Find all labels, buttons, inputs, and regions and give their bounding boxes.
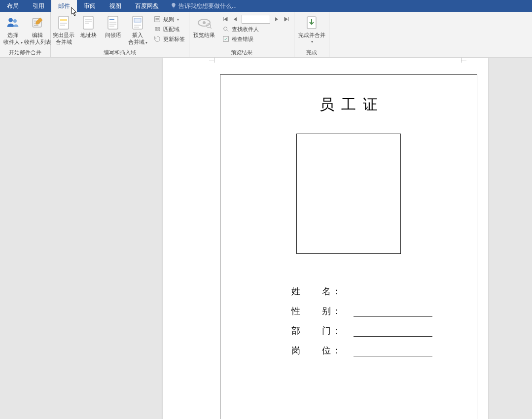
check-errors-label: 检查错误 [232, 35, 253, 43]
search-icon [222, 25, 230, 33]
field-row-department: 部门 ： [291, 317, 477, 337]
field-label-char: 姓 [291, 285, 300, 297]
match-fields-label: 匹配域 [163, 26, 179, 33]
field-label-char: 门 [322, 325, 331, 337]
field-label-char: 部 [291, 325, 300, 337]
document-workspace[interactable]: 员工证 姓名 ： 性别 ： 部门 ： [0, 58, 532, 419]
greeting-line-label: 问候语 [105, 32, 121, 38]
svg-rect-6 [108, 16, 118, 29]
select-recipients-label-1: 选择 [7, 32, 18, 38]
ribbon-tab-bar: 布局 引用 邮件 审阅 视图 百度网盘 告诉我您想要做什么... [0, 0, 532, 12]
finish-and-merge-button[interactable]: 完成并合并 ▾ [296, 13, 327, 48]
document-page[interactable]: 员工证 姓名 ： 性别 ： 部门 ： [163, 58, 488, 419]
edit-recipients-label-1: 编辑 [32, 32, 43, 38]
field-row-name: 姓名 ： [291, 278, 477, 297]
tab-view[interactable]: 视图 [103, 0, 128, 12]
find-recipient-label: 查找收件人 [232, 26, 259, 33]
rules-icon [153, 15, 161, 23]
edit-recipient-list-button[interactable]: 编辑 收件人列表 [27, 13, 48, 48]
edit-recipients-label-2: 收件人列表 [24, 38, 51, 45]
select-recipients-label-2: 收件人 [3, 39, 20, 45]
preview-results-icon [196, 15, 212, 31]
field-label-char: 岗 [291, 345, 300, 356]
lightbulb-icon [171, 2, 177, 10]
insert-merge-field-icon [130, 15, 145, 31]
record-navigation [220, 13, 292, 24]
ribbon: 选择 收件人▾ 编辑 收件人列表 开始邮件合并 [0, 12, 532, 58]
field-underline [354, 327, 432, 337]
address-block-icon [80, 15, 96, 31]
svg-point-1 [13, 19, 17, 23]
insert-merge-label-2: 合并域 [128, 39, 144, 45]
record-number-input[interactable] [242, 15, 270, 24]
svg-point-11 [203, 21, 206, 24]
first-record-button[interactable] [222, 16, 229, 23]
find-recipient-button[interactable]: 查找收件人 [220, 25, 292, 34]
chevron-down-icon: ▾ [311, 38, 313, 45]
rules-label: 规则 [163, 16, 174, 23]
chevron-down-icon: ▾ [145, 40, 147, 45]
crop-mark [461, 58, 461, 63]
update-labels-button[interactable]: 更新标签 [151, 35, 187, 43]
greeting-line-button[interactable]: 问候语 [102, 13, 124, 48]
next-record-button[interactable] [273, 16, 280, 23]
svg-point-13 [224, 27, 227, 31]
group-write-insert-fields: 突出显示 合并域 地址块 问候语 [51, 12, 189, 57]
svg-rect-3 [59, 16, 69, 29]
group-label-start: 开始邮件合并 [2, 48, 48, 57]
group-label-write: 编写和插入域 [53, 48, 187, 57]
check-errors-icon [222, 35, 230, 43]
tab-layout[interactable]: 布局 [0, 0, 26, 12]
select-recipients-button[interactable]: 选择 收件人▾ [2, 13, 24, 48]
insert-merge-field-button[interactable]: 插入 合并域▾ [127, 13, 148, 48]
previous-record-button[interactable] [232, 16, 239, 23]
employee-fields: 姓名 ： 性别 ： 部门 ： 岗位 [291, 278, 477, 356]
finish-merge-icon [304, 15, 319, 31]
svg-point-0 [8, 18, 13, 22]
group-finish: 完成并合并 ▾ 完成 [294, 12, 329, 57]
preview-results-label: 预览结果 [193, 32, 215, 38]
crop-mark [461, 61, 466, 61]
tab-references[interactable]: 引用 [26, 0, 51, 12]
field-colon: ： [331, 305, 343, 317]
tab-baidu-netdisk[interactable]: 百度网盘 [128, 0, 166, 12]
match-fields-button[interactable]: 匹配域 [151, 25, 187, 34]
photo-placeholder [296, 134, 401, 254]
field-row-gender: 性别 ： [291, 297, 477, 317]
edit-recipient-list-icon [30, 15, 45, 31]
svg-rect-8 [134, 18, 141, 22]
chevron-down-icon: ▾ [21, 40, 23, 45]
svg-rect-5 [83, 16, 93, 29]
address-block-button[interactable]: 地址块 [77, 13, 99, 48]
group-start-mail-merge: 选择 收件人▾ 编辑 收件人列表 开始邮件合并 [0, 12, 51, 57]
last-record-button[interactable] [283, 16, 290, 23]
update-labels-label: 更新标签 [163, 35, 185, 43]
field-underline [354, 347, 432, 356]
group-preview-results: 预览结果 查找收件人 检 [189, 12, 294, 57]
select-recipients-icon [5, 15, 21, 31]
check-errors-button[interactable]: 检查错误 [220, 35, 292, 43]
field-label-char: 名 [322, 285, 331, 297]
tab-review[interactable]: 审阅 [77, 0, 103, 12]
field-colon: ： [331, 345, 343, 356]
field-label-char: 别 [322, 305, 331, 317]
field-label-char: 位 [322, 345, 331, 356]
highlight-label-1: 突出显示 [53, 32, 74, 38]
preview-results-button[interactable]: 预览结果 [191, 13, 217, 48]
crop-mark [214, 58, 214, 63]
employee-card-frame: 员工证 姓名 ： 性别 ： 部门 ： [220, 74, 477, 419]
field-row-position: 岗位 ： [291, 337, 477, 356]
field-underline [354, 287, 432, 297]
finish-merge-label: 完成并合并 [298, 32, 325, 38]
chevron-down-icon: ▾ [177, 17, 179, 22]
highlight-merge-fields-button[interactable]: 突出显示 合并域 [53, 13, 74, 48]
tell-me-search[interactable]: 告诉我您想要做什么... [166, 0, 242, 12]
field-colon: ： [331, 325, 343, 337]
svg-rect-4 [60, 19, 67, 21]
crop-mark [209, 61, 214, 61]
rules-button[interactable]: 规则 ▾ [151, 15, 187, 24]
field-underline [354, 307, 432, 317]
highlight-fields-icon [56, 15, 71, 31]
tab-mailings[interactable]: 邮件 [51, 0, 77, 12]
greeting-line-icon [105, 15, 121, 31]
